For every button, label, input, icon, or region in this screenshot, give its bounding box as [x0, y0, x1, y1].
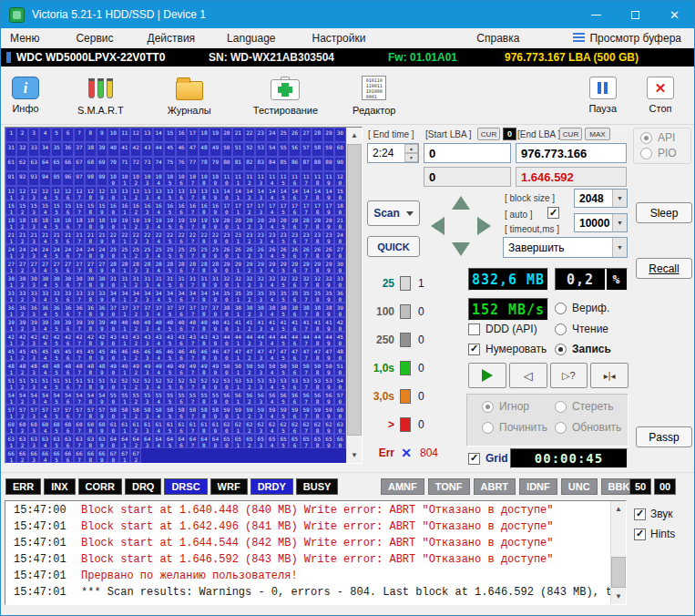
block-cell[interactable]: 237 — [301, 230, 312, 244]
block-cell[interactable]: 11 — [119, 128, 130, 142]
block-cell[interactable]: 652 — [244, 434, 255, 448]
mode-read[interactable]: Чтение — [555, 323, 608, 335]
block-cell[interactable]: 623 — [255, 419, 266, 434]
block-cell[interactable]: 495 — [164, 361, 175, 375]
block-cell[interactable]: 454 — [39, 346, 50, 361]
block-cell[interactable]: 590 — [221, 405, 232, 419]
block-cell[interactable]: 228 — [199, 230, 210, 244]
block-cell[interactable]: 50 — [221, 142, 232, 157]
block-cell[interactable]: 141 — [232, 186, 243, 200]
block-cell[interactable]: 122 — [16, 186, 27, 200]
block-cell[interactable]: 215 — [51, 230, 62, 244]
block-cell[interactable]: 144 — [266, 186, 277, 200]
block-cell[interactable]: 257 — [187, 244, 198, 259]
auto-checkbox[interactable] — [547, 207, 559, 219]
ignore-radio[interactable] — [482, 401, 494, 413]
block-cell[interactable]: 560 — [221, 390, 232, 405]
block-cell[interactable]: 134 — [153, 186, 164, 200]
block-cell[interactable]: 23 — [255, 128, 266, 142]
block-cell[interactable]: 517 — [74, 375, 85, 390]
block-cell[interactable]: 634 — [39, 434, 50, 448]
block-cell[interactable]: 29 — [323, 128, 334, 142]
block-cell[interactable]: 415 — [278, 317, 289, 332]
block-cell[interactable]: 51 — [232, 142, 243, 157]
block-cell[interactable]: 373 — [141, 303, 152, 317]
block-cell[interactable]: 445 — [278, 332, 289, 346]
block-cell[interactable]: 458 — [85, 346, 96, 361]
block-cell[interactable]: 119 — [323, 171, 334, 186]
block-cell[interactable]: 347 — [187, 288, 198, 303]
block-cell[interactable]: 476 — [289, 346, 300, 361]
block-cell[interactable]: 65 — [51, 157, 62, 171]
toolbar-button-info[interactable]: Инфо — [3, 68, 48, 123]
menu-item-0[interactable]: Меню — [10, 32, 39, 45]
block-cell[interactable]: 608 — [85, 419, 96, 434]
block-cell[interactable]: 404 — [153, 317, 164, 332]
block-cell[interactable]: 461 — [119, 346, 130, 361]
block-cell[interactable]: 455 — [51, 346, 62, 361]
block-cell[interactable]: 168 — [199, 200, 210, 215]
block-cell[interactable]: 316 — [176, 273, 187, 288]
block-cell[interactable]: 628 — [312, 419, 322, 434]
block-cell[interactable]: 501 — [232, 361, 243, 375]
block-cell[interactable]: 24 — [266, 128, 277, 142]
read-radio[interactable] — [555, 323, 567, 335]
block-cell[interactable]: 172 — [244, 200, 255, 215]
block-cell[interactable]: 189 — [97, 215, 107, 230]
block-cell[interactable]: 82 — [244, 157, 255, 171]
block-cell[interactable]: 390 — [334, 303, 345, 317]
block-cell[interactable]: 174 — [266, 200, 277, 215]
block-cell[interactable]: 387 — [301, 303, 312, 317]
block-cell[interactable]: 282 — [130, 259, 141, 273]
block-cell[interactable]: 277 — [74, 259, 85, 273]
block-cell[interactable]: 221 — [119, 230, 130, 244]
block-cell[interactable]: 536 — [289, 375, 300, 390]
block-cell[interactable]: 499 — [210, 361, 220, 375]
block-cell[interactable]: 97 — [74, 171, 85, 186]
block-cell[interactable]: 473 — [255, 346, 266, 361]
block-cell[interactable]: 37 — [74, 142, 85, 157]
buffer-view-button[interactable]: Просмотр буфера — [573, 32, 681, 45]
block-cell[interactable]: 607 — [74, 419, 85, 434]
block-cell[interactable]: 283 — [141, 259, 152, 273]
block-cell[interactable]: 175 — [278, 200, 289, 215]
block-cell[interactable]: 222 — [130, 230, 141, 244]
block-cell[interactable]: 107 — [187, 171, 198, 186]
block-cell[interactable]: 328 — [312, 273, 322, 288]
block-cell[interactable]: 79 — [210, 157, 220, 171]
block-cell[interactable]: 577 — [74, 405, 85, 419]
block-cell[interactable]: 104 — [153, 171, 164, 186]
block-cell[interactable]: 659 — [323, 434, 334, 448]
block-cell[interactable]: 521 — [119, 375, 130, 390]
block-cell[interactable]: 638 — [85, 434, 96, 448]
block-cell[interactable]: 355 — [278, 288, 289, 303]
block-cell[interactable]: 45 — [164, 142, 175, 157]
block-cell[interactable]: 349 — [210, 288, 220, 303]
block-cell[interactable]: 111 — [232, 171, 243, 186]
block-cell[interactable]: 332 — [16, 288, 27, 303]
block-cell[interactable]: 103 — [141, 171, 152, 186]
block-cell[interactable]: 59 — [323, 142, 334, 157]
action-repair[interactable]: Починить — [482, 421, 547, 434]
block-cell[interactable]: 18 — [199, 128, 210, 142]
block-cell[interactable]: 77 — [187, 157, 198, 171]
block-cell[interactable]: 80 — [221, 157, 232, 171]
block-cell[interactable]: 556 — [176, 390, 187, 405]
block-cell[interactable]: 611 — [119, 419, 130, 434]
max-button[interactable]: MAX — [585, 128, 610, 140]
block-cell[interactable]: 368 — [85, 303, 96, 317]
block-cell[interactable]: 272 — [16, 259, 27, 273]
block-cell[interactable]: 81 — [232, 157, 243, 171]
block-cell[interactable]: 598 — [312, 405, 322, 419]
block-cell[interactable]: 500 — [221, 361, 232, 375]
block-cell[interactable]: 146 — [289, 186, 300, 200]
grid-option[interactable]: Grid — [468, 452, 508, 465]
block-cell[interactable]: 16 — [176, 128, 187, 142]
block-cell[interactable]: 399 — [97, 317, 107, 332]
block-cell[interactable]: 475 — [278, 346, 289, 361]
block-cell[interactable]: 12 — [130, 128, 141, 142]
block-cell[interactable]: 106 — [176, 171, 187, 186]
block-cell[interactable]: 403 — [141, 317, 152, 332]
block-cell[interactable]: 212 — [16, 230, 27, 244]
block-cell[interactable]: 244 — [39, 244, 50, 259]
